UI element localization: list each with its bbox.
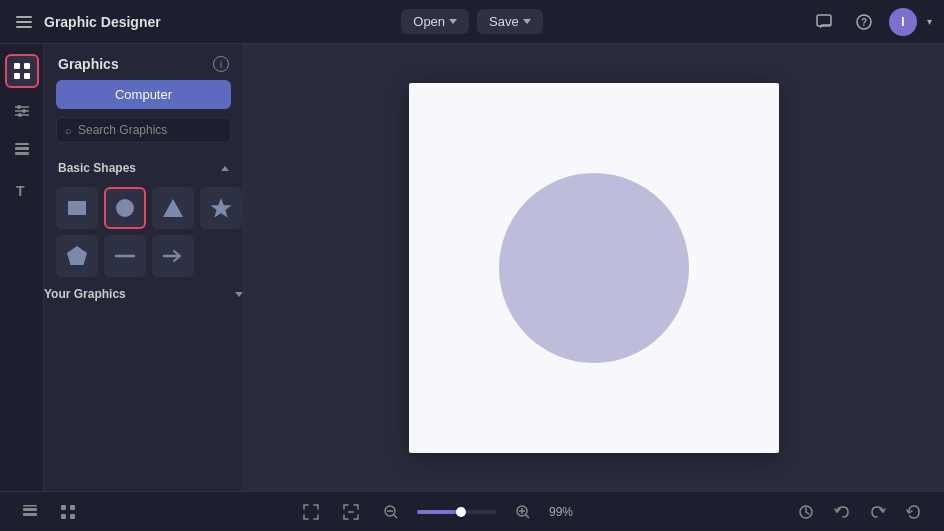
redo-icon[interactable] [864, 498, 892, 526]
svg-rect-27 [61, 505, 66, 510]
canvas-document[interactable] [409, 83, 779, 453]
basic-shapes-collapse-icon [221, 166, 229, 171]
bottom-left [16, 498, 82, 526]
open-button[interactable]: Open [401, 9, 469, 34]
canvas-circle-shape[interactable] [499, 173, 689, 363]
undo-icon[interactable] [828, 498, 856, 526]
computer-button[interactable]: Computer [56, 80, 231, 109]
fit-width-icon[interactable] [337, 498, 365, 526]
your-graphics-expand-icon [235, 292, 243, 297]
app-title: Graphic Designer [44, 14, 161, 30]
grid-view-icon[interactable] [54, 498, 82, 526]
open-chevron-icon [449, 19, 457, 24]
left-panel: Graphics i Computer ⌕ Search Graphics Ba… [44, 44, 244, 491]
svg-line-34 [394, 515, 397, 518]
reset-icon[interactable] [900, 498, 928, 526]
layers-icon[interactable] [16, 498, 44, 526]
svg-rect-3 [14, 63, 20, 69]
your-graphics-label: Your Graphics [44, 287, 126, 301]
panel-title: Graphics [58, 56, 119, 72]
zoom-out-icon[interactable] [377, 498, 405, 526]
svg-marker-21 [67, 246, 87, 265]
chat-icon[interactable] [809, 7, 839, 37]
svg-point-12 [18, 113, 22, 117]
svg-point-10 [17, 105, 21, 109]
search-bar[interactable]: ⌕ Search Graphics [56, 117, 231, 143]
basic-shapes-label: Basic Shapes [58, 161, 136, 175]
shape-circle[interactable] [104, 187, 146, 229]
search-icon: ⌕ [65, 124, 72, 136]
svg-rect-26 [23, 505, 37, 507]
topbar-right: ? I ▾ [543, 7, 932, 37]
svg-marker-20 [211, 198, 232, 218]
history-icon[interactable] [792, 498, 820, 526]
panel-header: Graphics i [44, 44, 243, 80]
sidebar-item-adjust[interactable] [5, 94, 39, 128]
zoom-in-icon[interactable] [509, 498, 537, 526]
main: T Graphics i Computer ⌕ Search Graphics … [0, 44, 944, 491]
shape-rectangle[interactable] [56, 187, 98, 229]
svg-rect-6 [24, 73, 30, 79]
save-button[interactable]: Save [477, 9, 543, 34]
shape-arrow[interactable] [152, 235, 194, 277]
basic-shapes-header[interactable]: Basic Shapes [44, 155, 243, 181]
svg-rect-30 [70, 514, 75, 519]
topbar: Graphic Designer Open Save ? I ▾ [0, 0, 944, 44]
svg-line-38 [526, 515, 529, 518]
svg-rect-17 [68, 201, 86, 215]
avatar[interactable]: I [889, 8, 917, 36]
shape-line[interactable] [104, 235, 146, 277]
zoom-slider[interactable] [417, 510, 497, 514]
shape-triangle[interactable] [152, 187, 194, 229]
svg-rect-29 [61, 514, 66, 519]
svg-point-11 [22, 109, 26, 113]
sidebar-item-graphics[interactable] [5, 54, 39, 88]
svg-rect-25 [23, 513, 37, 516]
svg-rect-13 [15, 147, 29, 150]
svg-marker-19 [163, 199, 183, 217]
bottombar: 99% [0, 491, 944, 531]
svg-rect-4 [24, 63, 30, 69]
your-graphics-header[interactable]: Your Graphics [44, 287, 243, 301]
sidebar-item-layers[interactable] [5, 134, 39, 168]
fit-page-icon[interactable] [297, 498, 325, 526]
svg-text:T: T [16, 183, 25, 199]
shapes-grid [44, 181, 243, 287]
bottom-center: 99% [297, 498, 577, 526]
sidebar-icons: T [0, 44, 44, 491]
avatar-chevron-icon[interactable]: ▾ [927, 16, 932, 27]
topbar-left: Graphic Designer [12, 12, 401, 32]
topbar-center: Open Save [401, 9, 542, 34]
svg-rect-24 [23, 508, 37, 511]
svg-text:?: ? [861, 17, 867, 28]
canvas-area[interactable] [244, 44, 944, 491]
shape-pentagon[interactable] [56, 235, 98, 277]
svg-rect-28 [70, 505, 75, 510]
menu-icon[interactable] [12, 12, 36, 32]
info-icon[interactable]: i [213, 56, 229, 72]
save-chevron-icon [523, 19, 531, 24]
shape-star[interactable] [200, 187, 242, 229]
search-placeholder: Search Graphics [78, 123, 167, 137]
svg-rect-5 [14, 73, 20, 79]
zoom-percentage: 99% [549, 505, 577, 519]
sidebar-item-text[interactable]: T [5, 174, 39, 208]
bottom-right [792, 498, 928, 526]
svg-point-18 [116, 199, 134, 217]
svg-rect-14 [15, 152, 29, 155]
svg-rect-15 [15, 143, 29, 145]
help-icon[interactable]: ? [849, 7, 879, 37]
